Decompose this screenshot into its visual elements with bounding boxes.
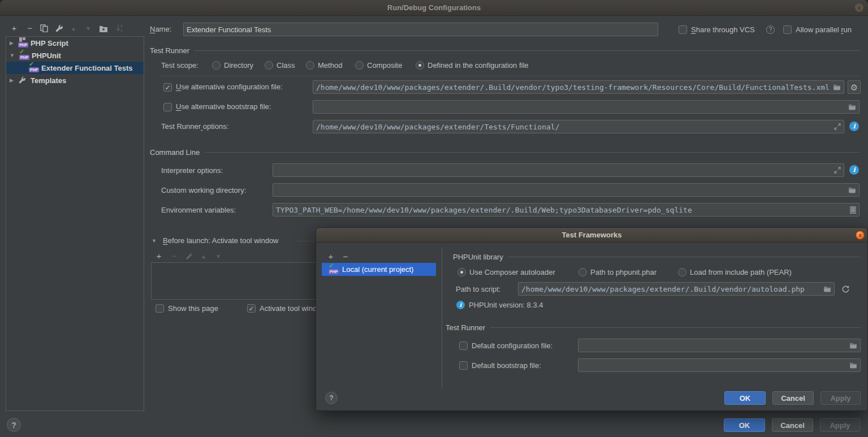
chevron-right-icon[interactable]: ▶ [10, 77, 14, 83]
phpunit-phar-radio[interactable] [578, 268, 587, 276]
dialog-close-button[interactable]: x [856, 231, 865, 240]
alt-config-path-input[interactable]: /home/www/dev10/www/packages/extender/.B… [313, 80, 844, 94]
before-launch-move-down-button[interactable]: ▼ [213, 251, 223, 261]
window-titlebar[interactable]: Run/Debug Configurations x [0, 0, 868, 16]
dialog-help-button[interactable]: ? [325, 392, 338, 404]
options-info-button[interactable]: i [849, 122, 859, 131]
share-vcs-label: Share through VCS [691, 25, 755, 34]
dialog-apply-button[interactable]: Apply [821, 391, 861, 405]
path-to-script-label: Path to script: [456, 285, 500, 293]
pencil-icon [185, 253, 193, 260]
scope-method-label[interactable]: Method [318, 61, 342, 70]
dialog-ok-button[interactable]: OK [724, 391, 766, 405]
remove-framework-button[interactable]: − [340, 251, 351, 261]
edit-templates-button[interactable] [54, 23, 64, 33]
tree-item-templates[interactable]: ▶ Templates [6, 74, 144, 86]
before-launch-header[interactable]: Before launch: Activate tool window [163, 236, 279, 245]
test-runner-section-header: Test Runner [150, 46, 860, 55]
move-down-button[interactable]: ▼ [83, 23, 93, 33]
tree-item-php-script[interactable]: ▶ PHP PHP Script [6, 37, 144, 49]
ok-button[interactable]: OK [724, 418, 765, 432]
folder-icon[interactable] [833, 84, 841, 90]
interpreter-options-input[interactable] [273, 163, 844, 177]
show-this-page-label[interactable]: Show this page [168, 304, 218, 313]
before-launch-edit-button[interactable] [184, 251, 194, 261]
move-up-button[interactable]: ▲ [68, 23, 79, 33]
window-close-button[interactable]: x [855, 3, 863, 12]
chevron-down-icon[interactable]: ▼ [152, 238, 157, 244]
use-alt-bootstrap-checkbox[interactable] [163, 103, 172, 111]
tree-item-phpunit[interactable]: ▼ ✓PHP PHPUnit [6, 49, 144, 62]
environment-variables-label: Environment variables: [161, 206, 236, 214]
scope-method-radio[interactable] [306, 61, 314, 70]
default-config-label[interactable]: Default configuration file: [472, 341, 552, 350]
default-config-input[interactable] [578, 339, 861, 352]
reload-version-button[interactable] [840, 284, 850, 294]
add-framework-button[interactable]: + [326, 251, 336, 261]
add-configuration-button[interactable]: + [9, 23, 19, 33]
dialog-cancel-button[interactable]: Cancel [772, 391, 814, 405]
dialog-titlebar[interactable]: Test Frameworks x [316, 228, 867, 243]
info-icon: i [456, 301, 465, 309]
chevron-down-icon: ▼ [85, 24, 91, 33]
folder-icon[interactable] [848, 187, 856, 193]
variables-icon[interactable] [850, 206, 856, 214]
default-bootstrap-input[interactable] [578, 358, 861, 372]
tree-item-extender-functional-tests[interactable]: ✓PHP Extender Functional Tests [6, 62, 144, 74]
before-launch-move-up-button[interactable]: ▲ [198, 251, 209, 261]
phpunit-phar-label[interactable]: Path to phpunit.phar [590, 268, 657, 276]
show-this-page-checkbox[interactable] [156, 304, 164, 313]
cancel-button[interactable]: Cancel [772, 418, 813, 432]
folder-icon[interactable] [849, 362, 857, 369]
gear-icon: ⚙ [850, 83, 858, 92]
create-folder-button[interactable] [98, 24, 109, 34]
chevron-right-icon[interactable]: ▶ [10, 40, 14, 46]
apply-button[interactable]: Apply [820, 418, 860, 432]
sort-configurations-button[interactable]: az [115, 23, 125, 33]
activate-tool-window-checkbox[interactable]: ✓ [247, 304, 256, 313]
share-vcs-checkbox[interactable] [679, 25, 687, 34]
use-alt-config-label[interactable]: Use alternative configuration file: [176, 83, 283, 91]
expand-icon[interactable] [834, 123, 841, 130]
composer-autoloader-label[interactable]: Use Composer autoloader [469, 268, 555, 276]
chevron-down-icon[interactable]: ▼ [10, 53, 15, 58]
copy-configuration-button[interactable] [39, 23, 49, 33]
folder-icon[interactable] [848, 103, 856, 110]
share-vcs-help-icon[interactable]: ? [766, 25, 775, 34]
help-button[interactable]: ? [7, 418, 21, 432]
scope-composite-label[interactable]: Composite [367, 61, 402, 70]
divider [161, 76, 860, 76]
default-config-checkbox[interactable] [459, 341, 468, 350]
use-alt-config-checkbox[interactable]: ✓ [163, 83, 172, 92]
expand-icon[interactable] [834, 167, 841, 174]
path-to-script-input[interactable]: /home/www/dev10/www/packages/extender/.B… [518, 282, 835, 296]
custom-working-directory-input[interactable] [273, 183, 860, 197]
folder-icon[interactable] [849, 342, 857, 349]
scope-defined-in-config-radio[interactable] [416, 61, 424, 70]
composer-autoloader-radio[interactable] [457, 268, 466, 276]
default-bootstrap-checkbox[interactable] [459, 361, 468, 370]
config-settings-button[interactable]: ⚙ [848, 80, 861, 94]
scope-directory-radio[interactable] [212, 61, 221, 70]
environment-variables-input[interactable]: TYPO3_PATH_WEB=/home/www/dev10/www/packa… [273, 203, 860, 217]
test-runner-options-input[interactable]: /home/www/dev10/www/packages/extender/Te… [313, 120, 844, 133]
framework-list-item-local[interactable]: ✓PHP Local (current project) [322, 263, 436, 276]
interpreter-info-button[interactable]: i [849, 165, 859, 175]
before-launch-add-button[interactable]: + [154, 250, 164, 261]
use-alt-bootstrap-label[interactable]: Use alternative bootstrap file: [176, 102, 271, 111]
alt-bootstrap-path-input[interactable] [313, 100, 860, 114]
scope-defined-in-config-label[interactable]: Defined in the configuration file [427, 61, 529, 70]
default-bootstrap-label[interactable]: Default bootstrap file: [472, 361, 541, 370]
scope-class-radio[interactable] [265, 61, 273, 70]
scope-directory-label[interactable]: Directory [224, 61, 253, 70]
include-path-pear-radio[interactable] [678, 268, 686, 276]
minus-icon: − [343, 252, 348, 261]
remove-configuration-button[interactable]: − [25, 23, 35, 33]
folder-icon[interactable] [823, 285, 831, 292]
scope-composite-radio[interactable] [355, 61, 364, 70]
include-path-pear-label[interactable]: Load from include path (PEAR) [690, 268, 792, 276]
before-launch-remove-button[interactable]: − [169, 250, 179, 261]
name-input[interactable]: Extender Functional Tests [183, 23, 658, 36]
allow-parallel-run-checkbox[interactable] [783, 25, 792, 34]
scope-class-label[interactable]: Class [277, 61, 295, 70]
